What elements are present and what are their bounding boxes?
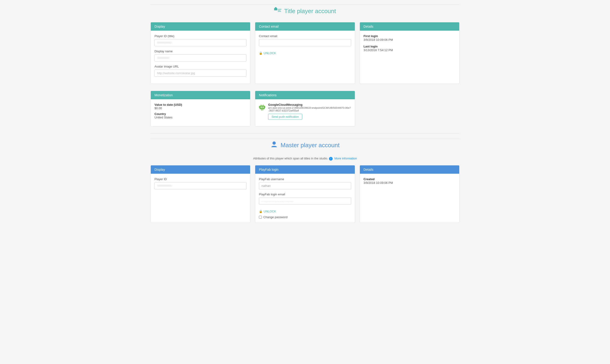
svg-rect-3 bbox=[278, 10, 280, 11]
created-label: Created bbox=[364, 177, 456, 181]
svg-rect-15 bbox=[263, 107, 264, 108]
master-player-id-label: Player ID bbox=[154, 177, 246, 181]
svg-rect-8 bbox=[259, 106, 260, 108]
master-display-card-body: Player ID bbox=[151, 174, 250, 196]
contact-email-card-body: Contact email 🔒 UNLOCK bbox=[255, 31, 355, 59]
contact-email-card: Contact email Contact email 🔒 UNLOCK bbox=[255, 22, 355, 84]
title-details-card-header: Details bbox=[360, 22, 459, 31]
playfab-unlock-label: UNLOCK bbox=[264, 210, 276, 213]
display-name-label: Display name bbox=[154, 50, 246, 53]
last-login-item: Last login 3/13/2018 7:54:12 PM bbox=[364, 45, 456, 52]
change-password-checkbox[interactable] bbox=[259, 216, 262, 219]
value-to-date-label: Value to date (USD) bbox=[154, 103, 246, 106]
display-name-input[interactable] bbox=[154, 54, 246, 62]
master-player-id-input[interactable] bbox=[154, 182, 246, 189]
contact-email-input[interactable] bbox=[259, 39, 351, 46]
svg-rect-11 bbox=[262, 109, 263, 111]
send-push-notification-button[interactable]: Send push notification bbox=[268, 114, 302, 120]
svg-rect-14 bbox=[261, 107, 262, 108]
change-password-label: Change password bbox=[263, 215, 288, 219]
title-section-title: Title player account bbox=[284, 8, 336, 15]
gcm-notification-item: GoogleCloudMessaging arn:aws:sns:us-west… bbox=[259, 103, 351, 120]
playfab-unlock-link[interactable]: 🔒 UNLOCK bbox=[259, 210, 276, 213]
title-row2-empty bbox=[360, 91, 459, 127]
master-details-card-body: Created 3/9/2018 10:09:06 PM bbox=[360, 174, 459, 192]
svg-line-13 bbox=[263, 105, 264, 105]
master-display-card: Display Player ID bbox=[151, 165, 250, 223]
first-login-label: First login bbox=[364, 34, 456, 38]
value-to-date-value: $0.00 bbox=[154, 106, 246, 110]
svg-rect-2 bbox=[278, 9, 281, 10]
playfab-username-group: PlayFab username bbox=[259, 177, 351, 189]
notifications-card-header: Notifications bbox=[255, 91, 355, 99]
svg-point-1 bbox=[275, 7, 277, 9]
title-cards-row2: Monetization Value to date (USD) $0.00 C… bbox=[151, 91, 459, 127]
last-login-value: 3/13/2018 7:54:12 PM bbox=[364, 48, 393, 52]
playfab-username-input[interactable] bbox=[259, 182, 351, 189]
playfab-email-dots: ························· bbox=[259, 197, 351, 205]
master-section-title: Master player account bbox=[280, 142, 340, 149]
svg-line-12 bbox=[261, 105, 262, 105]
change-password-row: Change password bbox=[259, 215, 351, 219]
title-section-icon bbox=[274, 7, 281, 15]
avatar-url-input[interactable] bbox=[154, 70, 246, 77]
svg-rect-7 bbox=[260, 105, 265, 109]
title-details-card: Details First login 3/9/2018 10:09:06 PM… bbox=[360, 22, 459, 84]
playfab-login-card-header: PlayFab login bbox=[255, 165, 355, 174]
notifications-card: Notifications bbox=[255, 91, 355, 127]
last-login-label: Last login bbox=[364, 45, 456, 48]
svg-rect-9 bbox=[265, 106, 265, 108]
avatar-url-label: Avatar image URL bbox=[154, 65, 246, 68]
lock-icon: 🔒 bbox=[259, 51, 263, 55]
contact-email-group: Contact email bbox=[259, 34, 351, 46]
player-id-group: Player ID (title) bbox=[154, 34, 246, 46]
playfab-login-card: PlayFab login PlayFab username PlayFab l… bbox=[255, 165, 355, 223]
master-display-card-header: Display bbox=[151, 165, 250, 174]
master-player-id-group: Player ID bbox=[154, 177, 246, 189]
monetization-card-body: Value to date (USD) $0.00 Country United… bbox=[151, 99, 250, 125]
title-section-header: Title player account bbox=[151, 5, 459, 17]
gcm-arn: arn:aws:sns:us-west-2:388128039633:endpo… bbox=[268, 106, 351, 112]
title-display-card: Display Player ID (title) Display name A… bbox=[151, 22, 250, 84]
first-login-item: First login 3/9/2018 10:09:06 PM bbox=[364, 34, 456, 41]
master-cards-row1: Display Player ID PlayFab login PlayFab … bbox=[151, 165, 459, 223]
monetization-card-header: Monetization bbox=[151, 91, 250, 99]
more-information-link[interactable]: More information bbox=[334, 157, 357, 160]
title-display-card-header: Display bbox=[151, 22, 250, 31]
gcm-notification-content: GoogleCloudMessaging arn:aws:sns:us-west… bbox=[268, 103, 351, 120]
playfab-lock-icon: 🔒 bbox=[259, 210, 263, 213]
svg-rect-10 bbox=[261, 109, 262, 111]
master-section-subtitle: Attributes of this player which span all… bbox=[151, 157, 459, 161]
playfab-login-card-body: PlayFab username PlayFab login email ···… bbox=[255, 174, 355, 222]
gcm-service-name: GoogleCloudMessaging bbox=[268, 103, 351, 106]
notifications-card-body: GoogleCloudMessaging arn:aws:sns:us-west… bbox=[255, 99, 355, 126]
master-details-card-header: Details bbox=[360, 165, 459, 174]
created-item: Created 3/9/2018 10:09:06 PM bbox=[364, 177, 456, 184]
section-separator bbox=[151, 133, 459, 134]
svg-point-16 bbox=[273, 142, 276, 145]
monetization-card: Monetization Value to date (USD) $0.00 C… bbox=[151, 91, 250, 127]
playfab-email-group: PlayFab login email ····················… bbox=[259, 193, 351, 205]
player-id-title-label: Player ID (title) bbox=[154, 34, 246, 38]
first-login-value: 3/9/2018 10:09:06 PM bbox=[364, 38, 393, 41]
page-container: Title player account Display Player ID (… bbox=[144, 0, 466, 234]
display-name-group: Display name bbox=[154, 50, 246, 62]
subtitle-text: Attributes of this player which span all… bbox=[253, 157, 328, 160]
country-label: Country bbox=[154, 112, 246, 116]
master-section-icon bbox=[270, 141, 278, 150]
country-value: United States bbox=[154, 116, 246, 119]
title-display-card-body: Player ID (title) Display name Avatar im… bbox=[151, 31, 250, 84]
info-icon: i bbox=[329, 157, 333, 161]
contact-email-unlock-link[interactable]: 🔒 UNLOCK bbox=[259, 51, 276, 55]
playfab-username-label: PlayFab username bbox=[259, 177, 351, 181]
created-value: 3/9/2018 10:09:06 PM bbox=[364, 181, 393, 184]
player-id-title-input[interactable] bbox=[154, 39, 246, 46]
svg-rect-4 bbox=[278, 11, 281, 12]
contact-email-label: Contact email bbox=[259, 34, 351, 38]
android-icon bbox=[259, 104, 265, 112]
playfab-email-label: PlayFab login email bbox=[259, 193, 351, 196]
contact-email-card-header: Contact email bbox=[255, 22, 355, 31]
unlock-label: UNLOCK bbox=[264, 51, 276, 55]
master-details-card: Details Created 3/9/2018 10:09:06 PM bbox=[360, 165, 459, 223]
master-section-header: Master player account bbox=[151, 138, 459, 152]
